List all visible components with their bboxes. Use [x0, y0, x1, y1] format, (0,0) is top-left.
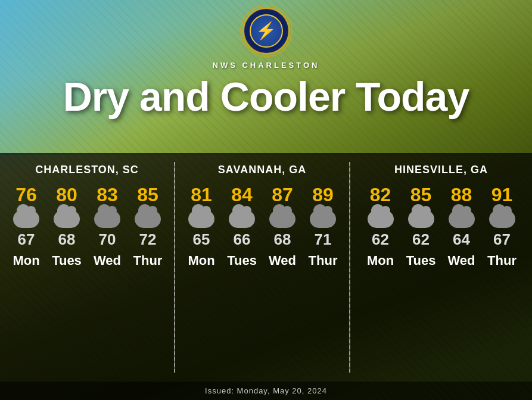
temp-low: 68	[274, 232, 291, 247]
day-col: 8562Tues	[403, 185, 439, 268]
temp-high: 84	[231, 185, 253, 204]
day-col: 7667Mon	[8, 185, 44, 268]
cities-row: CHARLESTON, SC7667Mon8068Tues8370Wed8572…	[0, 153, 532, 382]
cloud-icon	[269, 210, 295, 228]
day-col: 8971Thur	[305, 185, 341, 268]
temp-low: 64	[453, 232, 470, 247]
day-label: Wed	[269, 253, 296, 268]
day-label: Mon	[188, 253, 214, 268]
cloud-icon	[94, 210, 120, 228]
temp-high: 81	[191, 185, 212, 204]
day-label: Thur	[487, 253, 517, 268]
cloud-icon	[449, 210, 475, 228]
cloud-icon	[54, 210, 80, 228]
temp-high: 82	[370, 185, 391, 204]
day-label: Mon	[367, 253, 394, 268]
day-col: 9167Thur	[484, 185, 520, 268]
temp-low: 70	[99, 232, 116, 247]
day-col: 8466Tues	[224, 185, 260, 268]
temp-high: 88	[451, 185, 472, 204]
main-title: Dry and Cooler Today	[63, 74, 469, 119]
temp-low: 67	[493, 232, 511, 247]
day-col: 8864Wed	[444, 185, 480, 268]
top-section: ⚡ NWS CHARLESTON Dry and Cooler Today	[0, 0, 532, 155]
day-label: Thur	[309, 253, 338, 268]
day-col: 8165Mon	[183, 185, 219, 268]
day-col: 8262Mon	[363, 185, 399, 268]
day-col: 8370Wed	[89, 185, 125, 268]
days-grid-2: 8262Mon8562Tues8864Wed9167Thur	[356, 185, 526, 268]
temp-high: 76	[15, 185, 37, 204]
issued-text: Issued: Monday, May 20, 2024	[205, 386, 327, 395]
day-label: Wed	[447, 253, 475, 268]
city-name-0: CHARLESTON, SC	[35, 164, 139, 176]
city-block-2: HINESVILLE, GA8262Mon8562Tues8864Wed9167…	[350, 153, 532, 382]
cloud-icon	[368, 210, 394, 228]
day-label: Wed	[94, 253, 121, 268]
temp-low: 62	[372, 232, 389, 247]
issued-bar: Issued: Monday, May 20, 2024	[0, 382, 532, 400]
day-label: Thur	[133, 253, 163, 268]
cloud-icon	[229, 210, 255, 228]
temp-low: 65	[193, 232, 210, 247]
temp-low: 62	[412, 232, 430, 247]
temp-low: 71	[315, 232, 332, 247]
cloud-icon	[13, 210, 39, 228]
temp-low: 67	[18, 232, 35, 247]
temp-high: 83	[97, 185, 118, 204]
cloud-icon	[489, 210, 515, 228]
temp-high: 87	[272, 185, 293, 204]
service-label: NWS CHARLESTON	[213, 61, 320, 70]
day-col: 8068Tues	[49, 185, 85, 268]
temp-high: 85	[137, 185, 158, 204]
day-label: Tues	[52, 253, 82, 268]
day-col: 8572Thur	[130, 185, 166, 268]
cloud-icon	[188, 210, 214, 228]
day-label: Tues	[227, 253, 257, 268]
lightning-icon: ⚡	[256, 23, 276, 39]
nws-logo: ⚡	[242, 7, 290, 55]
cloud-icon	[310, 210, 336, 228]
temp-low: 72	[139, 232, 157, 247]
day-label: Tues	[406, 253, 436, 268]
temp-low: 68	[58, 232, 76, 247]
bottom-section: CHARLESTON, SC7667Mon8068Tues8370Wed8572…	[0, 153, 532, 400]
day-col: 8768Wed	[265, 185, 300, 268]
day-label: Mon	[13, 253, 39, 268]
cloud-icon	[408, 210, 434, 228]
temp-high: 91	[491, 185, 513, 204]
temp-high: 89	[312, 185, 334, 204]
city-block-0: CHARLESTON, SC7667Mon8068Tues8370Wed8572…	[0, 153, 174, 382]
days-grid-0: 7667Mon8068Tues8370Wed8572Thur	[6, 185, 168, 268]
days-grid-1: 8165Mon8466Tues8768Wed8971Thur	[181, 185, 343, 268]
temp-high: 85	[410, 185, 432, 204]
temp-high: 80	[56, 185, 77, 204]
cloud-icon	[135, 210, 161, 228]
temp-low: 66	[234, 232, 251, 247]
city-name-1: SAVANNAH, GA	[218, 164, 306, 176]
city-name-2: HINESVILLE, GA	[394, 164, 488, 176]
city-block-1: SAVANNAH, GA8165Mon8466Tues8768Wed8971Th…	[175, 153, 349, 382]
